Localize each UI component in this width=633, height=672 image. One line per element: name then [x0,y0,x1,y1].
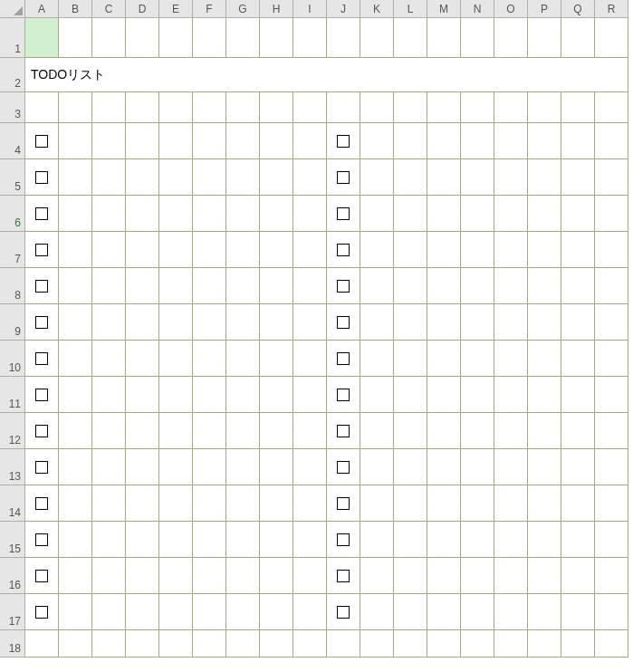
cell-N18[interactable] [461,630,494,658]
cell-B3[interactable] [59,92,92,123]
cell-N13[interactable] [461,449,494,485]
cell-J11[interactable] [327,377,360,413]
cell-I17[interactable] [293,594,327,630]
cell-B12[interactable] [59,413,92,449]
column-header-D[interactable]: D [126,0,159,18]
cell-J12[interactable] [327,413,360,449]
row-header-7[interactable]: 7 [0,232,25,268]
cell-I8[interactable] [293,268,327,304]
cell-J15[interactable] [327,522,360,558]
cell-F16[interactable] [193,558,226,594]
cell-R17[interactable] [595,594,628,630]
column-header-I[interactable]: I [293,0,327,18]
cell-N1[interactable] [461,18,494,58]
cell-K4[interactable] [360,123,394,159]
cell-K17[interactable] [360,594,394,630]
cell-E13[interactable] [159,449,193,485]
cell-H17[interactable] [260,594,293,630]
cell-K9[interactable] [360,304,394,341]
cell-D14[interactable] [126,485,159,522]
cell-N17[interactable] [461,594,494,630]
cell-J8[interactable] [327,268,360,304]
checkbox-A17[interactable] [35,606,48,619]
cell-O14[interactable] [494,485,528,522]
cell-L11[interactable] [394,377,427,413]
row-header-14[interactable]: 14 [0,485,25,522]
row-header-18[interactable]: 18 [0,630,25,658]
cell-C10[interactable] [92,341,126,377]
cell-E16[interactable] [159,558,193,594]
cell-M15[interactable] [427,522,461,558]
cell-J4[interactable] [327,123,360,159]
cell-M4[interactable] [427,123,461,159]
column-header-R[interactable]: R [595,0,628,18]
cell-I10[interactable] [293,341,327,377]
cell-C8[interactable] [92,268,126,304]
cell-O12[interactable] [494,413,528,449]
cell-D8[interactable] [126,268,159,304]
cell-M13[interactable] [427,449,461,485]
cell-J13[interactable] [327,449,360,485]
cell-B16[interactable] [59,558,92,594]
row-header-5[interactable]: 5 [0,159,25,196]
cell-H16[interactable] [260,558,293,594]
cell-E5[interactable] [159,159,193,196]
cell-R13[interactable] [595,449,628,485]
cell-K6[interactable] [360,196,394,232]
cell-B6[interactable] [59,196,92,232]
select-all-corner[interactable] [0,0,25,18]
cell-N6[interactable] [461,196,494,232]
cell-M9[interactable] [427,304,461,341]
cell-I6[interactable] [293,196,327,232]
cell-I13[interactable] [293,449,327,485]
cell-E7[interactable] [159,232,193,268]
cell-Q3[interactable] [561,92,595,123]
checkbox-J6[interactable] [337,207,350,220]
cell-L12[interactable] [394,413,427,449]
cell-D17[interactable] [126,594,159,630]
cell-G4[interactable] [226,123,260,159]
cell-A1[interactable] [25,18,59,58]
row-header-10[interactable]: 10 [0,341,25,377]
cell-G12[interactable] [226,413,260,449]
checkbox-J15[interactable] [337,533,350,546]
cell-A8[interactable] [25,268,59,304]
cell-C9[interactable] [92,304,126,341]
cell-C17[interactable] [92,594,126,630]
cell-I15[interactable] [293,522,327,558]
column-header-K[interactable]: K [360,0,394,18]
cell-R15[interactable] [595,522,628,558]
cell-Q12[interactable] [561,413,595,449]
cell-L13[interactable] [394,449,427,485]
cell-B8[interactable] [59,268,92,304]
column-header-E[interactable]: E [159,0,193,18]
cell-A6[interactable] [25,196,59,232]
cell-P13[interactable] [528,449,561,485]
cell-A14[interactable] [25,485,59,522]
cell-J18[interactable] [327,630,360,658]
checkbox-J7[interactable] [337,244,350,256]
cell-B1[interactable] [59,18,92,58]
cell-R8[interactable] [595,268,628,304]
cell-R14[interactable] [595,485,628,522]
cell-K8[interactable] [360,268,394,304]
cell-O18[interactable] [494,630,528,658]
checkbox-A13[interactable] [35,461,48,474]
cell-Q16[interactable] [561,558,595,594]
cell-O1[interactable] [494,18,528,58]
cell-I3[interactable] [293,92,327,123]
cell-L3[interactable] [394,92,427,123]
checkbox-A12[interactable] [35,425,48,437]
row-header-1[interactable]: 1 [0,18,25,58]
cell-F3[interactable] [193,92,226,123]
cell-E6[interactable] [159,196,193,232]
cell-J1[interactable] [327,18,360,58]
cell-Q14[interactable] [561,485,595,522]
cell-K12[interactable] [360,413,394,449]
cell-E3[interactable] [159,92,193,123]
cell-H10[interactable] [260,341,293,377]
column-header-Q[interactable]: Q [561,0,595,18]
cell-I9[interactable] [293,304,327,341]
cell-Q1[interactable] [561,18,595,58]
cell-C16[interactable] [92,558,126,594]
